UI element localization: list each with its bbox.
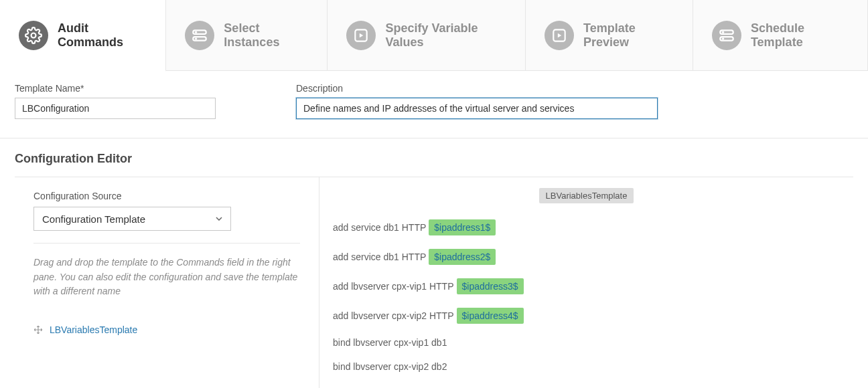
variable-chip[interactable]: $ipaddress4$ <box>457 308 524 324</box>
step-label: Template Preview <box>583 21 674 50</box>
command-line[interactable]: add service db1 HTTP $ipaddress2$ <box>333 242 840 272</box>
command-text: add lbvserver cpx-vip1 HTTP <box>333 281 454 292</box>
command-line[interactable]: add lbvserver cpx-vip2 HTTP $ipaddress4$ <box>333 301 840 330</box>
stack-icon <box>185 21 214 50</box>
step-label: Audit Commands <box>58 21 147 50</box>
svg-point-4 <box>196 38 196 39</box>
command-line[interactable]: add service db1 HTTP $ipaddress1$ <box>333 213 840 242</box>
commands-template-badge: LBVariablesTemplate <box>539 188 634 203</box>
stack-icon <box>712 21 741 50</box>
editor-commands-pane: LBVariablesTemplate add service db1 HTTP… <box>319 177 853 388</box>
template-name-field-group: Template Name* <box>15 83 216 119</box>
command-line[interactable]: bind lbvserver cpx-vip2 db2 <box>333 355 840 379</box>
template-name-label: Template Name* <box>15 83 216 94</box>
move-icon <box>33 325 43 334</box>
step-label: Schedule Template <box>751 21 849 50</box>
template-name-input[interactable] <box>15 98 216 119</box>
step-specify-variable-values[interactable]: Specify Variable Values <box>328 0 526 70</box>
variable-chip[interactable]: $ipaddress1$ <box>429 219 496 235</box>
command-line[interactable]: bind lbvserver cpx-vip1 db1 <box>333 330 840 355</box>
divider <box>33 243 300 244</box>
step-schedule-template[interactable]: Schedule Template <box>693 0 868 70</box>
step-select-instances[interactable]: Select Instances <box>166 0 328 70</box>
svg-point-9 <box>723 31 723 32</box>
description-field-group: Description <box>296 83 658 119</box>
config-source-label: Configuration Source <box>33 191 300 201</box>
step-template-preview[interactable]: Template Preview <box>526 0 693 70</box>
wizard-steps: Audit Commands Select Instances Specify … <box>0 0 868 71</box>
template-list-item[interactable]: LBVariablesTemplate <box>33 324 300 335</box>
config-source-select[interactable]: Configuration Template <box>33 207 231 231</box>
command-text: add lbvserver cpx-vip2 HTTP <box>333 310 454 321</box>
command-text: bind lbvserver cpx-vip1 db1 <box>333 337 447 348</box>
command-text: add service db1 HTTP <box>333 222 426 233</box>
play-square-icon <box>545 21 574 50</box>
configuration-editor: Configuration Source Configuration Templ… <box>15 177 853 388</box>
play-square-icon <box>346 21 376 50</box>
description-input[interactable] <box>296 98 658 119</box>
step-label: Specify Variable Values <box>385 21 506 50</box>
editor-help-text: Drag and drop the template to the Comman… <box>33 256 300 299</box>
svg-point-0 <box>31 33 36 37</box>
step-audit-commands[interactable]: Audit Commands <box>0 0 166 72</box>
command-text: add service db1 HTTP <box>333 252 426 262</box>
svg-point-3 <box>196 31 196 32</box>
template-meta-form: Template Name* Description <box>0 71 868 138</box>
command-line[interactable]: add lbvserver cpx-vip1 HTTP $ipaddress3$ <box>333 272 840 301</box>
gear-icon <box>19 21 48 50</box>
step-label: Select Instances <box>224 21 308 50</box>
command-text: bind lbvserver cpx-vip2 db2 <box>333 361 447 372</box>
svg-point-10 <box>723 38 723 39</box>
configuration-editor-title: Configuration Editor <box>0 138 868 177</box>
template-item-label: LBVariablesTemplate <box>50 324 137 335</box>
variable-chip[interactable]: $ipaddress3$ <box>457 278 524 294</box>
chevron-down-icon <box>216 217 222 221</box>
variable-chip[interactable]: $ipaddress2$ <box>429 249 496 265</box>
editor-left-pane: Configuration Source Configuration Templ… <box>15 177 319 388</box>
description-label: Description <box>296 83 658 94</box>
config-source-value: Configuration Template <box>42 213 145 225</box>
